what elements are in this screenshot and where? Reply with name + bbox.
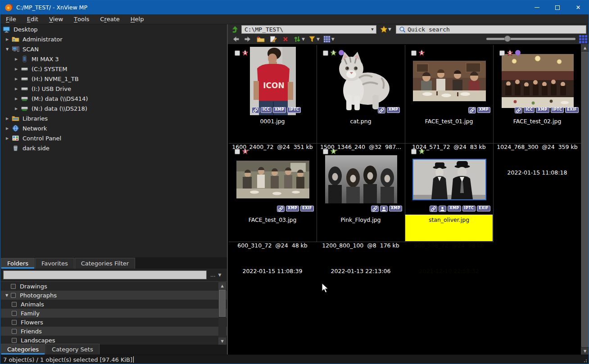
expand-icon[interactable]: ▶ [12,107,21,111]
thumbnail-zoom-slider[interactable] [486,38,575,40]
menu-item-help[interactable]: Help [125,14,150,24]
combo-dropdown-icon[interactable]: ▼ [369,27,376,31]
expand-icon[interactable]: ▶ [12,77,21,81]
expand-icon[interactable]: ▶ [3,136,12,140]
category-item[interactable]: Landscapes [1,336,227,345]
browser-scrollbar[interactable]: ▲ ▼ [581,44,589,355]
maximize-button[interactable] [547,0,568,14]
tab-favorites[interactable]: Favorites [35,258,74,269]
expand-icon[interactable]: ▶ [12,97,21,101]
scroll-up-icon[interactable]: ▲ [581,44,589,51]
thumbnail-checkbox[interactable] [235,50,240,56]
category-filter-input[interactable] [3,270,207,279]
thumbnail-image[interactable] [405,145,493,214]
menu-item-edit[interactable]: Edit [22,14,44,24]
tab-categories[interactable]: Categories [1,344,45,355]
back-icon[interactable] [232,36,240,43]
path-combobox[interactable]: C:\MP_TEST\ ▼ [241,25,376,34]
filter-more-button[interactable]: ... [210,272,215,278]
tree-item[interactable]: ▼SCAN [1,44,227,54]
category-item[interactable]: Family [1,309,227,318]
tree-item[interactable]: ▶Control Panel [1,133,227,143]
thumbnail-checkbox[interactable] [411,149,417,154]
quick-search-box[interactable] [396,25,586,34]
thumbnail-grid-icon[interactable] [579,35,587,43]
category-item[interactable]: Animals [1,300,227,309]
view-mode-icon[interactable]: ▼ [323,36,335,43]
thumbnail-checkbox[interactable] [323,50,328,56]
tree-item[interactable]: ▶(C:) SYSTEM [1,64,227,74]
thumbnail-image[interactable] [494,46,581,115]
category-checkbox[interactable] [12,302,17,307]
expand-icon[interactable]: ▶ [12,87,21,91]
menu-item-view[interactable]: View [44,14,68,24]
thumbnail-cell-stan_oliver.jpg[interactable]: 3XMPIPTCEXIFstan_oliver.jpg 900_508_72 @… [405,144,494,242]
thumbnail-cell-cat.png[interactable]: 3XMPcat.png 1500_1346_240 @32 987... 202… [317,45,405,144]
category-item[interactable]: Flowers [1,318,227,327]
minimize-button[interactable] [526,0,547,14]
dropdown-caret-icon[interactable]: ▼ [331,37,335,41]
thumbnail-checkbox[interactable] [235,149,240,154]
resize-grip[interactable] [586,361,587,362]
thumbnail-image[interactable] [317,145,405,214]
tree-item[interactable]: Desktop [1,24,227,34]
menu-item-tools[interactable]: Tools [68,14,95,24]
category-item[interactable]: ▼Photographs [1,291,227,300]
tree-item[interactable]: ▶MI MAX 3 [1,54,227,64]
expand-icon[interactable]: ▶ [3,117,12,121]
new-folder-icon[interactable] [256,36,265,43]
scroll-down-icon[interactable]: ▼ [581,347,589,355]
menu-item-file[interactable]: File [0,14,22,24]
thumbnail-cell-FACE_test_01.jpg[interactable]: 1XMPFACE_test_01.jpg 1024_571_72 @24 83 … [405,45,494,144]
forward-icon[interactable] [244,36,252,43]
category-checkbox[interactable] [11,284,16,289]
tree-item[interactable]: dark side [1,143,227,153]
category-checkbox[interactable] [11,293,16,298]
collapse-icon[interactable]: ▼ [3,47,12,51]
scroll-down-icon[interactable]: ▼ [218,337,226,345]
favorites-button[interactable]: ▼ [380,26,391,33]
tab-categories-filter[interactable]: Categories Filter [75,258,135,269]
thumbnail-checkbox[interactable] [499,50,505,56]
tree-item[interactable]: ▶(I:) USB Drive [1,84,227,94]
parent-folder-icon[interactable] [231,26,239,33]
thumbnail-checkbox[interactable] [411,50,417,56]
thumbnail-image[interactable] [229,145,317,214]
filter-icon[interactable]: ▼ [308,36,320,43]
close-button[interactable]: ✕ [568,0,589,14]
collapse-icon[interactable]: ▼ [3,293,11,297]
thumbnail-cell-FACE_test_02.jpg[interactable]: 1ICCXMPIPTCEXIFFACE_test_02.jpg 1024_768… [494,45,582,144]
tab-folders[interactable]: Folders [1,258,35,269]
tree-item[interactable]: ▶(N:) data (\\DS218) [1,103,227,113]
category-checkbox[interactable] [12,311,17,316]
scrollbar-thumb[interactable] [581,52,589,347]
thumbnail-cell-FACE_test_03.jpg[interactable]: 1XMPEXIFFACE_test_03.jpg 600_310_72 @24 … [229,144,317,242]
tree-item[interactable]: ▶(M:) data (\\DS414) [1,94,227,103]
expand-icon[interactable]: ▶ [12,67,21,71]
menu-item-create[interactable]: Create [95,14,125,24]
scrollbar-thumb[interactable] [219,290,226,317]
thumbnail-image[interactable] [317,46,405,115]
expand-icon[interactable]: ▶ [3,126,12,130]
sort-icon[interactable]: ▼ [294,36,305,43]
category-item[interactable]: Friends [1,327,227,336]
quick-search-input[interactable] [408,26,586,33]
scroll-up-icon[interactable]: ▲ [218,282,226,289]
category-checkbox[interactable] [12,320,17,325]
thumbnail-image[interactable] [405,46,493,115]
category-scrollbar[interactable]: ▲ ▼ [218,282,226,345]
delete-icon[interactable] [282,36,289,43]
tab-category-sets[interactable]: Category Sets [45,344,100,355]
thumbnail-image[interactable]: ICON [229,46,317,115]
tree-item[interactable]: ▶Libraries [1,113,227,123]
tree-item[interactable]: ▶(H:) NVME_1_TB [1,74,227,84]
expand-icon[interactable]: ▶ [12,57,21,61]
tree-item[interactable]: ▶Network [1,123,227,133]
edit-icon[interactable] [269,36,277,43]
thumbnail-cell-0001.jpg[interactable]: 1ICONICCXMPIPTC0001.jpg 1600_2400_72 @24… [229,45,317,144]
category-checkbox[interactable] [12,329,17,334]
filter-dropdown-icon[interactable]: ▼ [218,273,221,277]
dropdown-caret-icon[interactable]: ▼ [302,37,305,41]
slider-thumb[interactable] [504,36,511,42]
thumbnail-checkbox[interactable] [323,149,328,154]
